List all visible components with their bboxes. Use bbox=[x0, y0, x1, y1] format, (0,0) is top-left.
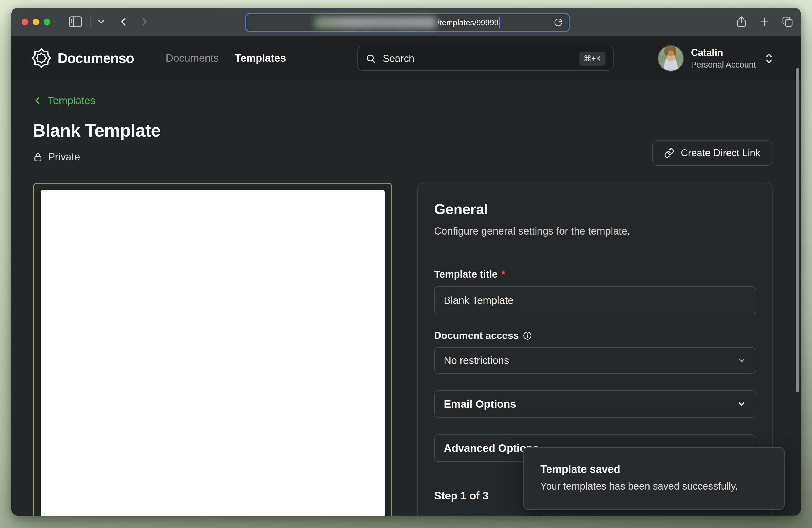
chevrons-up-down-icon bbox=[764, 52, 774, 65]
back-to-templates-link[interactable]: Templates bbox=[33, 95, 96, 106]
brand-name: Documenso bbox=[58, 50, 134, 66]
template-title-label: Template title * bbox=[434, 269, 756, 280]
toast-message: Your templates has been saved successful… bbox=[540, 481, 784, 492]
required-asterisk: * bbox=[501, 269, 505, 280]
email-options-accordion[interactable]: Email Options bbox=[434, 390, 756, 418]
search-icon bbox=[365, 53, 376, 64]
chevron-left-icon bbox=[33, 95, 42, 106]
nav-documents[interactable]: Documents bbox=[166, 52, 219, 64]
visibility-row: Private bbox=[33, 151, 80, 163]
search-input[interactable]: Search ⌘+K bbox=[358, 46, 613, 71]
nav-templates[interactable]: Templates bbox=[235, 52, 286, 64]
browser-toolbar: /templates/99999 bbox=[11, 8, 801, 36]
email-options-label: Email Options bbox=[444, 398, 516, 410]
toast-title: Template saved bbox=[540, 463, 784, 475]
user-name: Catalin bbox=[691, 47, 756, 58]
search-shortcut-badge: ⌘+K bbox=[579, 52, 606, 65]
back-link-label: Templates bbox=[48, 95, 96, 106]
app-header: Documenso Documents Templates Search ⌘+K… bbox=[11, 36, 801, 80]
create-direct-link-button[interactable]: Create Direct Link bbox=[652, 141, 772, 166]
reload-icon[interactable] bbox=[553, 18, 563, 27]
browser-window: /templates/99999 bbox=[11, 8, 801, 516]
new-tab-icon[interactable] bbox=[759, 16, 770, 27]
url-blurred-domain bbox=[315, 17, 436, 29]
document-preview-card bbox=[33, 183, 392, 516]
back-icon[interactable] bbox=[119, 16, 129, 28]
chevron-down-icon[interactable] bbox=[97, 17, 106, 26]
document-access-value: No restrictions bbox=[444, 355, 509, 366]
traffic-zoom-button[interactable] bbox=[44, 18, 50, 25]
tab-overview-icon[interactable] bbox=[782, 16, 794, 28]
vertical-scrollbar[interactable] bbox=[796, 68, 799, 392]
toast-notification: Template saved Your templates has been s… bbox=[523, 447, 785, 510]
share-icon[interactable] bbox=[736, 16, 747, 28]
user-account-type: Personal Account bbox=[691, 60, 756, 70]
panel-description: Configure general settings for the templ… bbox=[434, 225, 756, 237]
user-menu[interactable]: Catalin Personal Account bbox=[657, 45, 774, 72]
create-direct-link-label: Create Direct Link bbox=[681, 147, 760, 159]
info-icon[interactable] bbox=[523, 331, 532, 340]
text-caret bbox=[499, 17, 500, 28]
traffic-close-button[interactable] bbox=[21, 18, 28, 25]
panel-divider bbox=[434, 248, 756, 248]
sidebar-icon[interactable] bbox=[69, 16, 83, 28]
template-title-input[interactable] bbox=[434, 287, 756, 314]
lock-icon bbox=[33, 152, 43, 162]
forward-icon[interactable] bbox=[139, 16, 149, 28]
search-placeholder: Search bbox=[383, 53, 579, 64]
page-content: Templates Blank Template Private Create … bbox=[11, 81, 801, 516]
toolbar-divider bbox=[90, 16, 91, 28]
link-icon bbox=[664, 148, 674, 158]
chevron-down-icon bbox=[737, 399, 746, 409]
main-nav: Documents Templates bbox=[166, 52, 286, 64]
panel-title: General bbox=[434, 201, 756, 217]
url-bar[interactable]: /templates/99999 bbox=[246, 14, 569, 31]
document-access-select[interactable]: No restrictions bbox=[434, 347, 756, 373]
visibility-label: Private bbox=[48, 151, 80, 163]
traffic-minimize-button[interactable] bbox=[32, 18, 39, 25]
documenso-logo-icon bbox=[31, 48, 52, 68]
avatar bbox=[657, 45, 684, 72]
chevron-down-icon bbox=[737, 356, 746, 365]
document-preview-page bbox=[41, 190, 385, 516]
document-access-label: Document access bbox=[434, 330, 756, 341]
url-path-text: /templates/99999 bbox=[437, 18, 498, 27]
brand-logo[interactable]: Documenso bbox=[31, 48, 134, 68]
page-title: Blank Template bbox=[32, 120, 161, 141]
